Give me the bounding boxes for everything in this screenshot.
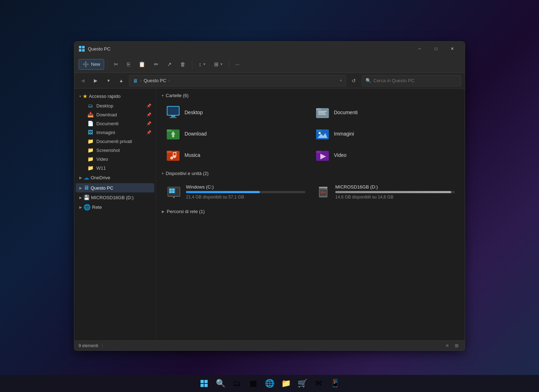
rete-section: ▶ 🌐 Rete (74, 202, 156, 212)
folder-documenti[interactable]: Documenti (311, 102, 459, 122)
svg-rect-40 (319, 188, 321, 190)
history-button[interactable]: ▾ (103, 76, 113, 86)
view-toggle: ≡ ⊞ (443, 342, 460, 350)
sidebar-item-desktop[interactable]: 🗂 Desktop 📌 (76, 101, 154, 110)
svg-rect-35 (169, 191, 172, 193)
svg-rect-24 (173, 152, 174, 157)
accesso-rapido-header[interactable]: ▾ ★ Accesso rapido (76, 91, 154, 101)
download-icon (166, 127, 180, 141)
sidebar-item-documenti-privati[interactable]: 📁 Documenti privati (76, 137, 154, 145)
folder-immagini[interactable]: Immagini (311, 124, 459, 144)
maximize-button[interactable]: □ (428, 43, 444, 54)
grid-view-button[interactable]: ⊞ (453, 342, 460, 350)
svg-rect-47 (204, 380, 208, 383)
folder-video[interactable]: Video (311, 145, 459, 165)
taskbar-edge[interactable]: 🌐 (262, 376, 277, 391)
network-section[interactable]: ▶ Percorsi di rete (1) (162, 209, 459, 214)
new-button[interactable]: ➕ New (79, 59, 104, 70)
accesso-rapido-section: ▾ ★ Accesso rapido 🗂 Desktop 📌 📥 Downloa… (74, 91, 156, 172)
svg-rect-1 (82, 46, 85, 48)
star-icon: ★ (82, 93, 87, 100)
more-button[interactable]: ··· (232, 60, 243, 69)
forward-button[interactable]: ▶ (91, 76, 101, 86)
folder-download[interactable]: Download (162, 124, 310, 144)
drives-grid: Windows (C:) 21,4 GB disponibili su 57,1… (162, 180, 459, 203)
svg-rect-46 (201, 380, 204, 383)
svg-point-38 (173, 197, 175, 198)
taskbar-widgets[interactable]: ▦ (246, 376, 260, 391)
back-button[interactable]: ◀ (78, 76, 88, 86)
sort-chevron: ▾ (203, 62, 206, 67)
accesso-rapido-chevron: ▾ (79, 94, 81, 98)
sidebar-item-screenshot[interactable]: 📁 Screenshot (76, 146, 154, 154)
folder-musica[interactable]: Musica (162, 145, 310, 165)
sidebar-item-documenti[interactable]: 📄 Documenti 📌 (76, 119, 154, 128)
list-view-button[interactable]: ≡ (443, 342, 451, 350)
paste-icon: 📋 (139, 61, 145, 68)
w11-folder-icon: 📁 (87, 165, 94, 171)
microsd-header[interactable]: ▶ 💾 MICROSD16GB (D:) (76, 193, 154, 202)
cartelle-section-title[interactable]: ▾ Cartelle (6) (162, 93, 459, 98)
sidebar-item-download[interactable]: 📥 Download 📌 (76, 110, 154, 119)
share-button[interactable]: ↗ (164, 59, 175, 69)
folder-desktop[interactable]: Desktop (162, 102, 310, 122)
svg-rect-11 (318, 112, 325, 113)
svg-rect-6 (171, 116, 175, 117)
microsd-section: ▶ 💾 MICROSD16GB (D:) (74, 193, 156, 202)
taskbar-phone[interactable]: 📱 (328, 376, 342, 391)
copy-icon: ⎘ (127, 61, 130, 67)
questo-pc-header[interactable]: ▶ 🖥 Questo PC (76, 183, 154, 192)
refresh-button[interactable]: ↺ (349, 76, 359, 86)
svg-rect-10 (318, 111, 327, 112)
drive-windows-c[interactable]: Windows (C:) 21,4 GB disponibili su 57,1… (162, 180, 310, 203)
copy-button[interactable]: ⎘ (123, 59, 134, 69)
taskbar-start[interactable] (197, 376, 211, 391)
up-button[interactable]: ▲ (116, 76, 126, 86)
taskbar-folder[interactable]: 📁 (279, 376, 293, 391)
view-options-button[interactable]: ⊞ ▾ (210, 59, 226, 69)
drive-microsd-d[interactable]: SD HC MICROSD16GB (D:) 14,6 GB disponibi… (311, 180, 459, 203)
paste-button[interactable]: 📋 (135, 59, 149, 69)
onedrive-section: ▶ ☁ OneDrive (74, 173, 156, 182)
svg-rect-42 (319, 187, 327, 188)
musica-icon (166, 148, 180, 162)
svg-rect-17 (316, 129, 321, 132)
cartelle-chevron: ▾ (162, 94, 164, 97)
rete-header[interactable]: ▶ 🌐 Rete (76, 202, 154, 212)
onedrive-chevron: ▶ (79, 176, 82, 180)
cut-button[interactable]: ✂ (110, 59, 122, 69)
desktop-folder-icon: 🗂 (87, 103, 94, 108)
taskbar-files[interactable]: 🗂 (230, 376, 244, 391)
pin-icon-4: 📌 (146, 130, 151, 135)
share-icon: ↗ (167, 61, 172, 68)
main-content: ▾ ★ Accesso rapido 🗂 Desktop 📌 📥 Downloa… (74, 89, 465, 340)
svg-rect-5 (167, 107, 179, 115)
search-box: 🔍 (362, 75, 461, 86)
drive-d-bar-container (335, 191, 455, 193)
pin-icon-2: 📌 (146, 112, 151, 117)
svg-rect-34 (172, 189, 175, 191)
content-area: ▾ Cartelle (6) Desktop (156, 89, 465, 340)
taskbar-search[interactable]: 🔍 (213, 376, 228, 391)
immagini-icon (315, 127, 330, 141)
rename-icon: ✏ (154, 61, 159, 68)
taskbar-store[interactable]: 🛒 (295, 376, 309, 391)
taskbar-mail[interactable]: ✉ (311, 376, 326, 391)
search-icon: 🔍 (365, 78, 371, 83)
svg-point-23 (173, 155, 176, 158)
path-separator-2: › (169, 78, 170, 83)
search-input[interactable] (373, 78, 457, 83)
sidebar-item-immagini[interactable]: 🖼 Immagini 📌 (76, 128, 154, 137)
sort-button[interactable]: ↕ ▾ (195, 59, 209, 69)
minimize-button[interactable]: − (411, 43, 428, 54)
drive-d-bar (335, 191, 451, 193)
address-path[interactable]: 🖥 › Questo PC › ▾ (129, 75, 346, 86)
close-button[interactable]: ✕ (444, 43, 460, 54)
download-folder-icon: 📥 (87, 112, 94, 117)
rename-button[interactable]: ✏ (150, 59, 162, 69)
dispositivi-section-title[interactable]: ▾ Dispositivi e unità (2) (162, 171, 459, 176)
delete-button[interactable]: 🗑 (177, 59, 189, 69)
sidebar-item-w11[interactable]: 📁 W11 (76, 164, 154, 172)
onedrive-header[interactable]: ▶ ☁ OneDrive (76, 173, 154, 182)
sidebar-item-video[interactable]: 📁 Video (76, 155, 154, 163)
